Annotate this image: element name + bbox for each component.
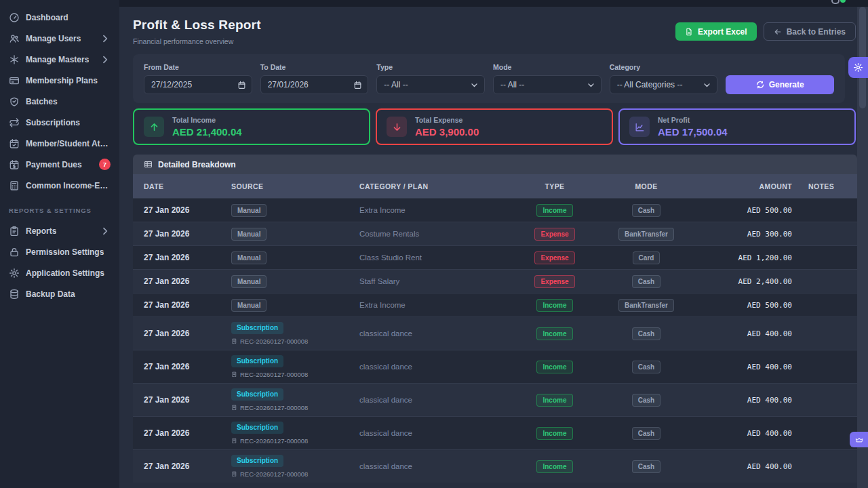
arrow-down-icon xyxy=(387,117,407,137)
total-income-label: Total Income xyxy=(172,116,242,124)
column-header-notes: NOTES xyxy=(792,182,846,190)
mode-badge: Cash xyxy=(632,427,660,441)
row-date: 27 Jan 2026 xyxy=(144,205,231,215)
row-category: Extra Income xyxy=(359,206,514,214)
filter-bar: From Date To Date Type -- All -- xyxy=(133,54,845,103)
sidebar-item-batches[interactable]: Batches xyxy=(0,91,119,112)
sidebar-item-manage-users[interactable]: Manage Users xyxy=(0,28,119,49)
page-title: Profit & Loss Report xyxy=(133,18,261,33)
from-date-field: From Date xyxy=(144,63,252,94)
row-source: Manual xyxy=(231,251,359,265)
sidebar-item-dashboard[interactable]: Dashboard xyxy=(0,7,119,28)
column-header-date: DATE xyxy=(144,182,231,190)
sidebar-item-subscriptions[interactable]: Subscriptions xyxy=(0,112,119,133)
table-row: 27 Jan 2026ManualClass Studio RentExpens… xyxy=(133,245,857,269)
receipt-number: REC-20260127-000008 xyxy=(231,371,308,378)
type-select[interactable]: -- All -- xyxy=(376,75,485,94)
sidebar-item-backup-data[interactable]: Backup Data xyxy=(0,283,119,304)
to-date-input[interactable] xyxy=(260,75,369,94)
mode-select[interactable]: -- All -- xyxy=(493,75,601,94)
row-source: SubscriptionREC-20260127-000008 xyxy=(231,388,359,411)
sidebar-item-label: Common Income-Expense xyxy=(26,181,111,190)
manual-badge: Manual xyxy=(231,228,267,241)
sidebar-item-label: Application Settings xyxy=(26,268,104,278)
repeat-icon xyxy=(9,117,20,128)
receipt-icon xyxy=(231,438,237,444)
export-excel-label: Export Excel xyxy=(698,27,747,37)
sidebar-item-application-settings[interactable]: Application Settings xyxy=(0,262,119,283)
sidebar-item-membership-plans[interactable]: Membership Plans xyxy=(0,70,119,91)
chart-line-icon xyxy=(629,117,650,137)
table-row: 27 Jan 2026SubscriptionREC-20260127-0000… xyxy=(133,383,857,416)
gear-icon xyxy=(9,268,20,279)
calendar-dollar-icon xyxy=(9,159,20,170)
sidebar-item-reports[interactable]: Reports xyxy=(0,220,119,241)
column-header-amount: AMOUNT xyxy=(760,182,792,190)
subscription-badge: Subscription xyxy=(231,455,283,467)
row-category: Costume Rentals xyxy=(359,230,514,238)
column-header-source: SOURCE xyxy=(231,182,359,190)
mode-badge: Cash xyxy=(632,361,660,374)
row-amount: AED 400.00 xyxy=(747,429,792,438)
row-amount: AED 400.00 xyxy=(747,396,792,405)
row-amount: AED 500.00 xyxy=(747,206,792,215)
table-row: 27 Jan 2026SubscriptionREC-20260127-0000… xyxy=(133,350,857,383)
calendar-icon[interactable] xyxy=(237,81,246,89)
calendar-check-icon xyxy=(9,138,20,149)
sidebar-main-group: DashboardManage UsersManage MastersMembe… xyxy=(0,7,119,196)
sidebar-item-payment-dues[interactable]: Payment Dues7 xyxy=(0,154,119,175)
back-to-entries-button[interactable]: Back to Entries xyxy=(764,22,856,41)
manual-badge: Manual xyxy=(231,275,267,289)
online-status-dot xyxy=(840,0,846,3)
row-date: 27 Jan 2026 xyxy=(144,395,231,405)
to-date-value[interactable] xyxy=(268,80,349,89)
sidebar: DashboardManage UsersManage MastersMembe… xyxy=(0,0,119,488)
mode-badge: Cash xyxy=(632,460,660,474)
calendar-icon[interactable] xyxy=(353,81,362,89)
category-select[interactable]: -- All Categories -- xyxy=(610,75,718,94)
mode-badge: Cash xyxy=(632,327,660,341)
net-profit-card: Net Profit AED 17,500.04 xyxy=(618,108,856,145)
sidebar-item-label: Batches xyxy=(26,97,58,106)
sidebar-item-member-student-attend[interactable]: Member/Student Attend... xyxy=(0,133,119,154)
row-date: 27 Jan 2026 xyxy=(144,229,231,239)
net-profit-label: Net Profit xyxy=(658,116,728,124)
receipt-number-text: REC-20260127-000008 xyxy=(240,437,308,445)
sidebar-item-label: Subscriptions xyxy=(26,118,80,127)
row-source: SubscriptionREC-20260127-000008 xyxy=(231,455,359,478)
users-icon xyxy=(9,33,20,44)
manual-badge: Manual xyxy=(231,299,267,312)
from-date-input[interactable] xyxy=(144,75,252,94)
summary-cards: Total Income AED 21,400.04 Total Expense… xyxy=(133,108,856,145)
export-excel-button[interactable]: Export Excel xyxy=(675,22,757,41)
from-date-value[interactable] xyxy=(151,80,233,89)
receipt-icon xyxy=(231,338,237,344)
table-row: 27 Jan 2026SubscriptionREC-20260127-0000… xyxy=(133,449,857,483)
sidebar-item-manage-masters[interactable]: Manage Masters xyxy=(0,49,119,70)
sidebar-item-common-income-expense[interactable]: Common Income-Expense xyxy=(0,175,119,196)
table-row: 27 Jan 2026ManualStaff SalaryExpenseCash… xyxy=(133,269,857,293)
theme-settings-fab[interactable] xyxy=(848,57,868,78)
category-label: Category xyxy=(610,63,718,71)
calculator-icon xyxy=(9,180,20,191)
scrollbar[interactable] xyxy=(857,7,868,488)
table-title: Detailed Breakdown xyxy=(158,160,236,169)
notification-icon[interactable] xyxy=(831,0,841,5)
row-date: 27 Jan 2026 xyxy=(144,253,231,262)
table-header-row: DATE SOURCE CATEGORY / PLAN TYPE MODE AM… xyxy=(133,174,857,198)
bell-icon xyxy=(831,0,840,4)
expense-type-badge: Expense xyxy=(534,275,574,289)
sidebar-item-permission-settings[interactable]: Permission Settings xyxy=(0,241,119,262)
row-amount: AED 400.00 xyxy=(747,329,792,338)
type-label: Type xyxy=(376,63,485,71)
chevron-right-icon xyxy=(100,33,111,44)
subscription-badge: Subscription xyxy=(231,388,283,401)
manual-badge: Manual xyxy=(231,251,267,265)
generate-button[interactable]: Generate xyxy=(726,75,834,94)
row-date: 27 Jan 2026 xyxy=(144,277,231,286)
table-row: 27 Jan 2026ManualCostume RentalsExpenseB… xyxy=(133,222,857,245)
quick-action-fab[interactable] xyxy=(850,432,868,447)
receipt-icon xyxy=(231,405,237,411)
mode-badge: Cash xyxy=(632,204,660,218)
receipt-icon xyxy=(231,371,237,378)
